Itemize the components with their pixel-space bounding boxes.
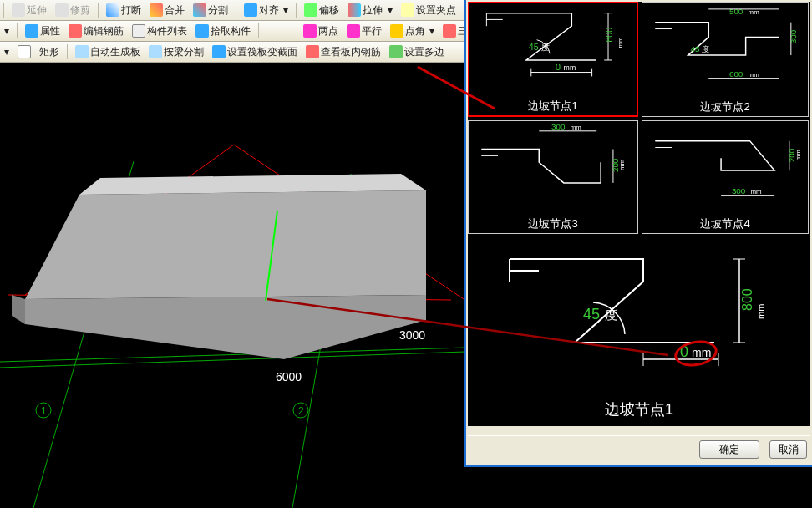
trim-button[interactable]: 修剪 xyxy=(53,3,93,18)
svg-marker-7 xyxy=(25,190,426,299)
dropdown-arrow[interactable]: ▾ xyxy=(2,24,12,38)
offset-icon xyxy=(304,3,317,17)
svg-text:mm: mm xyxy=(618,160,626,171)
properties-button[interactable]: 属性 xyxy=(23,23,63,39)
align-icon xyxy=(244,3,257,17)
svg-marker-9 xyxy=(25,295,426,359)
clamp-icon xyxy=(401,3,414,17)
multi-icon xyxy=(389,45,403,58)
angle-unit: 度 xyxy=(605,307,617,322)
dim-label: 6000 xyxy=(276,370,302,384)
set-multi-button[interactable]: 设置多边 xyxy=(387,44,447,60)
offset-button[interactable]: 偏移 xyxy=(302,3,342,18)
svg-text:度: 度 xyxy=(702,45,709,53)
dim-label: 3000 xyxy=(399,328,425,342)
set-raft-section-button[interactable]: 设置筏板变截面 xyxy=(210,44,300,60)
axis-bubble-1: 1 xyxy=(41,405,47,417)
three-point-icon xyxy=(443,24,456,38)
trim-icon xyxy=(55,3,69,17)
separator xyxy=(258,23,259,38)
separator xyxy=(3,3,4,18)
rect-button[interactable]: 矩形 xyxy=(37,44,62,60)
edit-rebar-icon xyxy=(69,24,82,38)
svg-text:mm: mm xyxy=(564,64,576,72)
separator xyxy=(296,3,297,18)
two-point-button[interactable]: 两点 xyxy=(301,23,341,39)
separator xyxy=(67,44,68,59)
rebar-icon xyxy=(306,45,319,58)
thumb-option-2[interactable]: 500 mm 45 度 600 mm 300 边坡节点2 xyxy=(642,2,809,117)
thumb-option-1[interactable]: 45 度 0 mm 800 mm 边坡节点1 xyxy=(468,2,638,117)
big-preview-caption: 边坡节点1 xyxy=(468,399,810,419)
thumb-option-4[interactable]: 300 mm 200 mm 边坡节点4 xyxy=(642,120,809,234)
merge-icon xyxy=(150,3,163,17)
set-clamp-button[interactable]: 设置夹点 xyxy=(398,3,459,18)
raft-icon xyxy=(212,45,226,58)
svg-text:mm: mm xyxy=(617,37,625,48)
split-button[interactable]: 分割 xyxy=(190,3,231,18)
separator xyxy=(236,3,236,18)
pick-icon xyxy=(195,24,209,38)
extend-icon xyxy=(12,3,25,17)
bottom-value[interactable]: 0 xyxy=(680,343,688,360)
parallel-icon xyxy=(347,24,360,38)
properties-icon xyxy=(25,24,38,38)
thumb-caption: 边坡节点3 xyxy=(469,216,637,231)
view-internal-rebar-button[interactable]: 查看板内钢筋 xyxy=(303,44,383,60)
split-icon xyxy=(193,3,206,17)
viewport-3d[interactable]: 3000 6000 1 2 xyxy=(0,65,465,508)
svg-text:mm: mm xyxy=(749,71,760,79)
ok-button[interactable]: 确定 xyxy=(699,440,759,459)
svg-text:mm: mm xyxy=(571,124,582,131)
extend-button[interactable]: 延伸 xyxy=(9,3,49,18)
thumb-caption: 边坡节点4 xyxy=(642,216,808,231)
pick-component-button[interactable]: 拾取构件 xyxy=(193,23,253,39)
point-angle-icon xyxy=(390,24,403,38)
svg-text:mm: mm xyxy=(751,188,763,196)
beam-split-icon xyxy=(149,45,162,58)
dropdown-arrow[interactable]: ▾ xyxy=(2,45,12,58)
svg-text:mm: mm xyxy=(756,304,766,319)
separator xyxy=(17,23,18,38)
button-row: 确定 取消 xyxy=(468,435,810,462)
svg-text:0: 0 xyxy=(556,62,561,72)
svg-text:45: 45 xyxy=(529,42,539,52)
svg-text:300: 300 xyxy=(551,122,566,131)
list-icon xyxy=(132,24,145,38)
svg-text:800: 800 xyxy=(604,28,614,43)
two-point-icon xyxy=(303,24,317,38)
box-icon[interactable] xyxy=(15,44,33,59)
side-panel-inner: 45 度 0 mm 800 mm 边坡节点1 500 xyxy=(468,2,810,426)
stretch-icon xyxy=(348,3,361,17)
bottom-unit: mm xyxy=(692,346,711,359)
svg-text:mm: mm xyxy=(794,150,802,161)
svg-text:300: 300 xyxy=(732,186,746,196)
break-button[interactable]: 打断 xyxy=(104,3,144,18)
break-icon xyxy=(106,3,119,17)
separator xyxy=(98,3,99,18)
parallel-button[interactable]: 平行 xyxy=(344,23,384,39)
component-list-button[interactable]: 构件列表 xyxy=(129,23,190,39)
svg-text:600: 600 xyxy=(729,69,743,79)
auto-gen-board-button[interactable]: 自动生成板 xyxy=(73,44,143,60)
big-preview: 45 度 0 mm 800 mm 边坡节点1 xyxy=(468,236,810,426)
stretch-button[interactable]: 拉伸 ▾ xyxy=(345,3,394,18)
merge-button[interactable]: 合并 xyxy=(147,3,187,18)
side-panel: 45 度 0 mm 800 mm 边坡节点1 500 xyxy=(464,0,812,467)
split-by-beam-button[interactable]: 按梁分割 xyxy=(146,44,206,60)
align-button[interactable]: 对齐 ▾ xyxy=(241,3,291,18)
thumb-caption: 边坡节点1 xyxy=(469,99,637,114)
thumb-caption: 边坡节点2 xyxy=(642,99,808,114)
svg-text:300: 300 xyxy=(789,29,798,43)
svg-text:500: 500 xyxy=(729,7,743,16)
right-value: 800 xyxy=(740,288,754,311)
auto-board-icon xyxy=(75,45,89,58)
angle-value: 45 xyxy=(583,306,600,323)
edit-rebar-button[interactable]: 编辑钢筋 xyxy=(66,23,126,39)
axis-bubble-2: 2 xyxy=(298,405,304,417)
cancel-button[interactable]: 取消 xyxy=(769,440,807,459)
point-angle-button[interactable]: 点角 ▾ xyxy=(388,23,437,39)
thumb-option-3[interactable]: 300 mm 200 mm 边坡节点3 xyxy=(468,120,638,234)
svg-text:45: 45 xyxy=(691,44,700,53)
svg-marker-10 xyxy=(12,295,25,324)
